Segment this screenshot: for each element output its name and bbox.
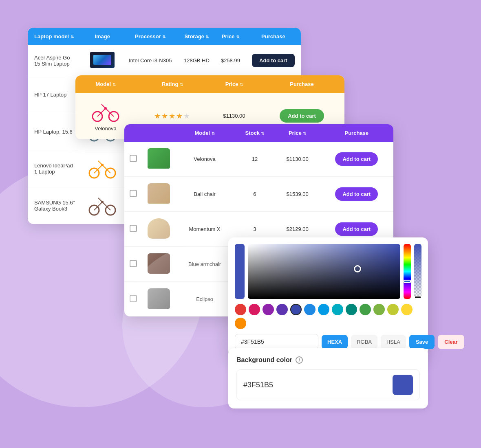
furniture-checkbox-2[interactable] (130, 190, 137, 197)
gradient-cursor (354, 265, 361, 272)
alpha-thumb (414, 296, 421, 299)
swatch-purple[interactable] (263, 304, 274, 315)
bg-color-value-row: #3F51B5 (236, 369, 420, 400)
bike-col-rating[interactable]: Rating ⇅ (136, 75, 209, 93)
bike-col-price[interactable]: Price ⇅ (209, 75, 259, 93)
swatch-yellow[interactable] (401, 304, 413, 315)
laptop-processor-1: Intel Core i3-N305 (123, 45, 178, 76)
furniture-add-cart-1[interactable]: Add to cart (335, 152, 378, 166)
furniture-add-cart-3[interactable]: Add to cart (335, 222, 378, 236)
bg-color-label: Background color (236, 356, 292, 364)
furniture-model-1: Velonova (175, 142, 234, 177)
color-swatches (235, 304, 421, 329)
swatch-pink[interactable] (249, 304, 260, 315)
rgba-mode-button[interactable]: RGBA (351, 335, 377, 349)
swatch-orange[interactable] (235, 318, 246, 329)
hex-input[interactable] (235, 334, 318, 349)
color-picker: HEXA RGBA HSLA Save Clear (228, 237, 428, 356)
bg-color-title: Background color i (236, 356, 420, 364)
bike-col-purchase: Purchase (259, 75, 344, 93)
laptop-image-5 (82, 187, 123, 224)
hue-thumb (404, 280, 411, 283)
info-icon: i (296, 356, 303, 364)
clear-button[interactable]: Clear (438, 335, 464, 349)
furniture-add-cart-2[interactable]: Add to cart (335, 187, 378, 201)
bike-col-model[interactable]: Model ⇅ (75, 75, 136, 93)
laptop-col-price[interactable]: Price ⇅ (215, 28, 246, 45)
furniture-price-1: $1130.00 (275, 142, 320, 177)
furniture-model-3: Momentum X (175, 212, 234, 247)
save-button[interactable]: Save (409, 335, 435, 349)
laptop-col-purchase: Purchase (246, 28, 301, 45)
bg-color-panel: Background color i #3F51B5 (228, 348, 428, 408)
furniture-model-4: Blue armchair (175, 247, 234, 282)
bg-color-hex-value: #3F51B5 (243, 381, 388, 389)
furniture-model-5: Eclipso (175, 282, 234, 317)
swatch-green[interactable] (360, 304, 371, 315)
swatch-lime[interactable] (387, 304, 399, 315)
laptop-model-5: SAMSUNG 15.6"Galaxy Book3 (28, 187, 82, 224)
furniture-checkbox-4[interactable] (130, 260, 137, 267)
laptop-model-1: Acer Aspire Go15 Slim Laptop (28, 45, 82, 76)
furniture-col-model[interactable]: Model ⇅ (175, 124, 234, 142)
furniture-col-check (124, 124, 142, 142)
laptop-model-2: HP 17 Laptop (28, 76, 82, 113)
laptop-col-image: Image (82, 28, 123, 45)
bike-add-to-cart-1[interactable]: Add to cart (280, 109, 324, 123)
color-preview-bar (235, 244, 245, 299)
laptop-purchase-1[interactable]: Add to cart (246, 45, 301, 76)
furniture-col-image (142, 124, 175, 142)
swatch-teal[interactable] (346, 304, 357, 315)
laptop-col-processor[interactable]: Processor ⇅ (123, 28, 178, 45)
furniture-row-1: Velonova 12 $1130.00 Add to cart (124, 142, 393, 177)
furniture-col-stock[interactable]: Stock ⇅ (234, 124, 275, 142)
furniture-stock-2: 6 (234, 177, 275, 212)
laptop-add-to-cart-1[interactable]: Add to cart (252, 54, 295, 67)
furniture-row-2: Ball chair 6 $1539.00 Add to cart (124, 177, 393, 212)
hsla-mode-button[interactable]: HSLA (381, 335, 406, 349)
swatch-blue[interactable] (304, 304, 316, 315)
swatch-red[interactable] (235, 304, 246, 315)
gradient-canvas[interactable] (248, 244, 400, 299)
furniture-checkbox-5[interactable] (130, 295, 137, 302)
swatch-light-green[interactable] (373, 304, 385, 315)
furniture-col-purchase: Purchase (320, 124, 393, 142)
laptop-image-4 (82, 150, 123, 187)
furniture-price-2: $1539.00 (275, 177, 320, 212)
hue-slider[interactable] (404, 244, 411, 299)
bg-color-swatch[interactable] (393, 375, 413, 395)
alpha-checker (414, 244, 421, 299)
laptop-model-4: Lenovo IdeaPad1 Laptop (28, 150, 82, 187)
swatch-cyan[interactable] (332, 304, 343, 315)
laptop-model-3: HP Laptop, 15.6 (28, 113, 82, 150)
swatch-indigo[interactable] (290, 304, 302, 315)
hexa-mode-button[interactable]: HEXA (322, 335, 348, 349)
laptop-col-model[interactable]: Laptop model ⇅ (28, 28, 82, 45)
furniture-checkbox-1[interactable] (130, 155, 137, 162)
laptop-col-storage[interactable]: Storage ⇅ (178, 28, 215, 45)
laptop-storage-1: 128GB HD (178, 45, 215, 76)
furniture-col-price[interactable]: Price ⇅ (275, 124, 320, 142)
furniture-checkbox-3[interactable] (130, 225, 137, 232)
laptop-image-1 (82, 45, 123, 76)
laptop-price-1: $258.99 (215, 45, 246, 76)
swatch-light-blue[interactable] (318, 304, 329, 315)
swatch-deep-purple[interactable] (276, 304, 288, 315)
furniture-stock-1: 12 (234, 142, 275, 177)
hex-input-row: HEXA RGBA HSLA Save Clear (235, 334, 421, 349)
furniture-model-2: Ball chair (175, 177, 234, 212)
